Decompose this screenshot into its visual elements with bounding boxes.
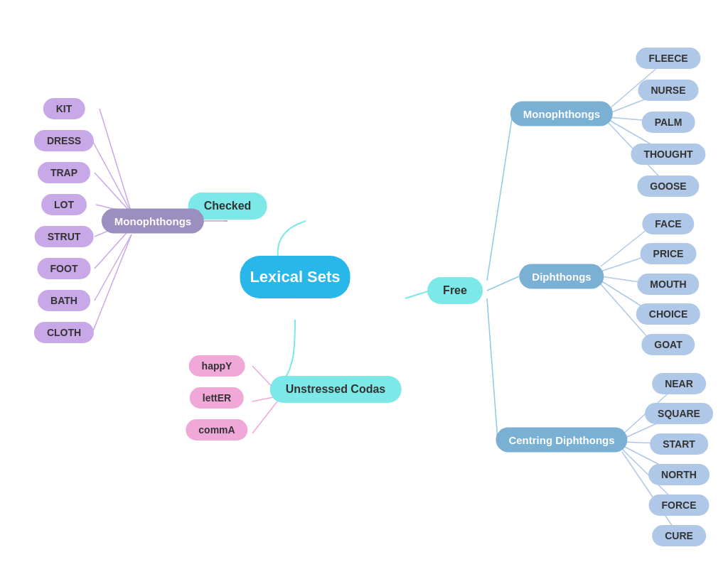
svg-line-8 [95, 227, 132, 269]
comma-node: commA [186, 419, 247, 441]
happy-node: happY [189, 355, 245, 377]
free-node: Free [427, 277, 483, 304]
svg-line-0 [405, 291, 430, 298]
svg-line-12 [487, 276, 519, 291]
centring-diphthongs-node: Centring Diphthongs [496, 428, 627, 453]
svg-line-3 [100, 109, 132, 213]
unstressed-codas-node: Unstressed Codas [270, 376, 402, 403]
diphthongs-node: Diphthongs [519, 264, 604, 289]
svg-line-11 [487, 119, 512, 281]
dress-node: DRESS [34, 130, 94, 151]
north-node: NORTH [648, 464, 710, 485]
letter-node: lettER [190, 387, 244, 409]
price-node: PRICE [641, 243, 697, 264]
mouth-node: MOUTH [637, 274, 699, 295]
cloth-node: CLOTH [34, 322, 94, 343]
start-node: START [650, 433, 708, 455]
cure-node: CURE [652, 525, 706, 546]
palm-node: PALM [642, 112, 695, 133]
kit-node: KIT [43, 98, 85, 119]
face-node: FACE [642, 213, 694, 234]
nurse-node: NURSE [638, 80, 698, 101]
thought-node: THOUGHT [631, 144, 705, 165]
central-node: Lexical Sets [240, 256, 350, 298]
svg-line-9 [95, 234, 132, 301]
force-node: FORCE [649, 495, 710, 516]
svg-line-13 [487, 298, 498, 440]
monophthongs-right-node: Monophthongs [510, 102, 613, 126]
svg-line-4 [92, 141, 132, 213]
svg-line-32 [252, 401, 277, 433]
trap-node: TRAP [38, 162, 90, 183]
foot-node: FOOT [38, 258, 91, 279]
square-node: SQUARE [645, 403, 713, 424]
goose-node: GOOSE [637, 175, 699, 197]
choice-node: CHOICE [636, 303, 700, 325]
svg-line-5 [95, 173, 132, 213]
near-node: NEAR [652, 373, 706, 394]
svg-line-10 [92, 234, 132, 333]
lot-node: LOT [41, 194, 87, 215]
goat-node: GOAT [641, 334, 695, 355]
bath-node: BATH [38, 290, 90, 311]
strut-node: STRUT [35, 226, 94, 247]
monophthongs-left-node: Monophthongs [102, 209, 204, 234]
fleece-node: FLEECE [636, 48, 700, 69]
